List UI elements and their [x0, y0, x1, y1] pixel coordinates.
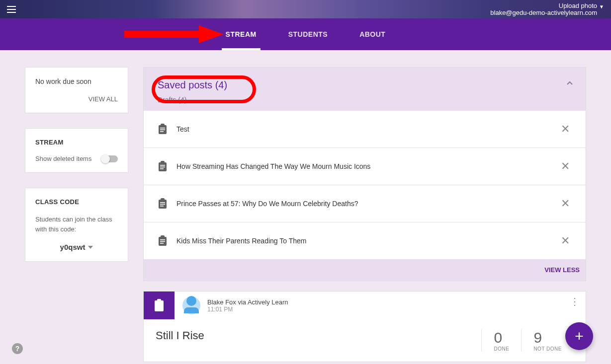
main-content: Saved posts (4) Drafts (4) Test✕How Stre…	[143, 67, 586, 362]
plus-icon: +	[575, 329, 584, 344]
menu-icon[interactable]	[7, 3, 19, 15]
help-icon[interactable]: ?	[12, 343, 23, 354]
svg-rect-10	[160, 167, 165, 168]
drafts-label: Drafts (4)	[144, 94, 586, 111]
draft-row[interactable]: Prince Passes at 57: Why Do We Mourn Cel…	[144, 185, 586, 222]
class-code-dropdown[interactable]: y0qswt	[35, 243, 118, 251]
svg-rect-5	[160, 130, 165, 131]
svg-rect-3	[161, 124, 165, 126]
class-banner: Upload photo blake@gedu-demo-activelylea…	[0, 0, 611, 18]
post-more-icon[interactable]: ⋮	[564, 291, 586, 319]
class-code-card: CLASS CODE Students can join the class w…	[25, 188, 128, 262]
create-post-fab[interactable]: +	[565, 322, 593, 350]
svg-rect-13	[161, 198, 165, 201]
svg-rect-20	[160, 241, 165, 242]
post-author: Blake Fox via Actively Learn	[207, 298, 288, 306]
delete-draft-icon[interactable]: ✕	[559, 122, 572, 137]
class-code-title: CLASS CODE	[35, 198, 118, 206]
account-dropdown-icon[interactable]: ▼	[599, 3, 604, 10]
class-code-value: y0qswt	[60, 243, 86, 251]
upcoming-card: No work due soon VIEW ALL	[25, 67, 128, 113]
draft-title: Test	[176, 125, 550, 133]
svg-rect-16	[160, 206, 164, 207]
view-less-button[interactable]: VIEW LESS	[144, 259, 586, 281]
assignment-icon	[144, 291, 175, 319]
tab-about[interactable]: ABOUT	[355, 18, 389, 50]
svg-rect-4	[160, 128, 165, 129]
draft-title: How Streaming Has Changed The Way We Mou…	[176, 162, 550, 170]
saved-posts-panel: Saved posts (4) Drafts (4) Test✕How Stre…	[143, 67, 586, 281]
assignment-post[interactable]: Blake Fox via Actively Learn 11:01 PM ⋮ …	[143, 291, 586, 362]
show-deleted-toggle[interactable]	[102, 155, 118, 162]
post-title: Still I Rise	[156, 329, 204, 342]
svg-marker-1	[199, 25, 224, 43]
draft-row[interactable]: Kids Miss Their Parents Reading To Them✕	[144, 222, 586, 259]
chevron-down-icon	[88, 246, 93, 249]
avatar	[182, 296, 200, 314]
collapse-icon[interactable]	[566, 79, 574, 89]
view-all-button[interactable]: VIEW ALL	[35, 95, 118, 103]
post-time: 11:01 PM	[207, 306, 288, 313]
svg-rect-15	[160, 204, 165, 205]
delete-draft-icon[interactable]: ✕	[559, 233, 572, 248]
svg-rect-11	[160, 168, 164, 169]
svg-rect-21	[160, 243, 164, 244]
svg-rect-26	[156, 307, 160, 308]
tab-stream[interactable]: STREAM	[222, 18, 261, 50]
svg-rect-25	[156, 305, 162, 306]
draft-row[interactable]: Test✕	[144, 111, 586, 148]
draft-title: Prince Passes at 57: Why Do We Mourn Cel…	[176, 200, 550, 208]
svg-rect-14	[160, 202, 165, 203]
svg-rect-19	[160, 239, 165, 240]
draft-row[interactable]: How Streaming Has Changed The Way We Mou…	[144, 148, 586, 185]
draft-title: Kids Miss Their Parents Reading To Them	[176, 237, 550, 245]
account-area[interactable]: Upload photo blake@gedu-demo-activelylea…	[490, 2, 604, 16]
upload-photo-link[interactable]: Upload photo	[559, 2, 597, 9]
stream-settings-card: STREAM Show deleted items	[25, 128, 128, 173]
done-count: 0	[494, 329, 509, 346]
delete-draft-icon[interactable]: ✕	[559, 159, 572, 174]
annotation-arrow	[124, 24, 224, 44]
svg-rect-9	[160, 165, 165, 166]
notdone-label: NOT DONE	[533, 346, 562, 352]
svg-rect-18	[161, 235, 165, 238]
delete-draft-icon[interactable]: ✕	[559, 196, 572, 211]
svg-rect-6	[160, 131, 164, 132]
svg-rect-23	[157, 299, 161, 302]
stream-settings-title: STREAM	[35, 139, 118, 146]
svg-rect-8	[161, 161, 165, 163]
show-deleted-label: Show deleted items	[35, 155, 91, 162]
svg-rect-24	[156, 303, 162, 304]
done-label: DONE	[494, 346, 509, 352]
notdone-count: 9	[533, 329, 562, 346]
tabs-bar: STREAM STUDENTS ABOUT	[0, 18, 611, 50]
no-work-text: No work due soon	[35, 77, 118, 85]
sidebar: No work due soon VIEW ALL STREAM Show de…	[25, 67, 128, 262]
user-email: blake@gedu-demo-activelylearn.com	[490, 9, 597, 16]
saved-posts-title[interactable]: Saved posts (4)	[158, 79, 227, 90]
done-stat[interactable]: 0 DONE	[481, 329, 521, 352]
class-code-desc: Students can join the class with this co…	[35, 215, 118, 234]
tab-students[interactable]: STUDENTS	[284, 18, 332, 50]
